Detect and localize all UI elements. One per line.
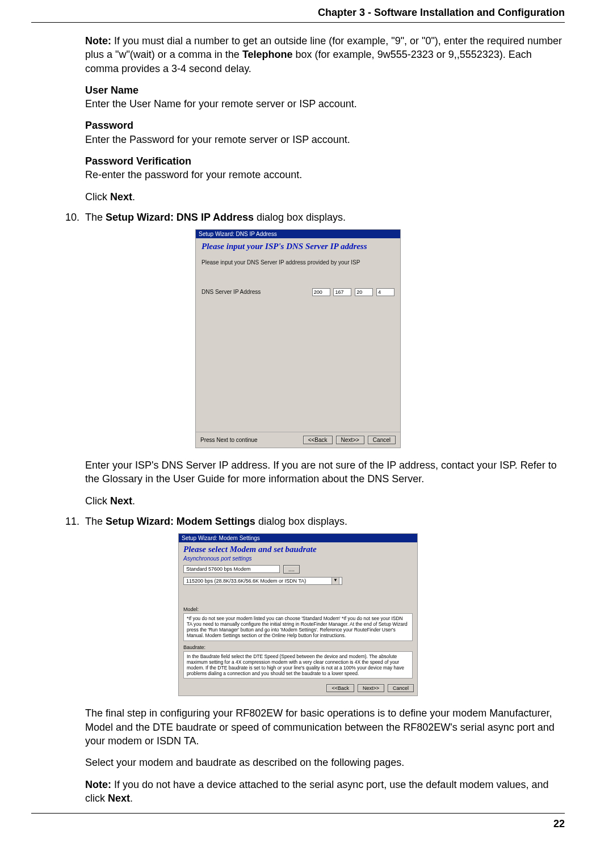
- pwverify-label: Password Verification: [85, 154, 565, 168]
- dns-back-button[interactable]: <<Back: [303, 436, 333, 444]
- dns-next-button[interactable]: Next>>: [336, 436, 364, 444]
- note-label: Note:: [85, 35, 111, 47]
- divider-top: [31, 22, 565, 23]
- modem-dialog-titlebar: Setup Wizard: Modem Settings: [179, 534, 417, 542]
- password-label: Password: [85, 119, 565, 132]
- modem-dialog-heading: Please select Modem and set baudrate: [179, 542, 417, 555]
- step-11-number: 11.: [65, 516, 85, 528]
- step-10: 10. The Setup Wizard: DNS IP Address dia…: [31, 212, 565, 224]
- click-next-1: Click Next.: [85, 190, 565, 204]
- note-paragraph: Note: If you must dial a number to get a…: [85, 34, 565, 75]
- modem-next-button[interactable]: Next>>: [358, 684, 384, 692]
- after-step-11-note: Note: If you do not have a device attach…: [85, 778, 565, 806]
- password-text: Enter the Password for your remote serve…: [85, 133, 565, 146]
- dns-ip-label: DNS Server IP Address: [202, 289, 310, 295]
- chevron-down-icon[interactable]: ▼: [331, 577, 339, 585]
- baudrate-label: Baudrate:: [179, 644, 417, 650]
- username-label: User Name: [85, 83, 565, 97]
- model-help-text: *If you do not see your modem listed you…: [183, 613, 413, 641]
- dns-dialog-heading: Please input your ISP's DNS Server IP ad…: [196, 238, 400, 256]
- after-11-note-label: Note:: [85, 779, 111, 790]
- step-10-number: 10.: [65, 212, 85, 224]
- dns-ip-octet-4[interactable]: [376, 288, 394, 296]
- after-step-11-text-a: The final step in configuring your RF802…: [85, 706, 565, 748]
- baudrate-help-text: In the Baudrate field select the DTE Spe…: [183, 651, 413, 679]
- modem-back-button[interactable]: <<Back: [326, 684, 354, 692]
- dns-ip-octet-3[interactable]: [355, 288, 373, 296]
- modem-combo-2[interactable]: 115200 bps (28.8K/33.6K/56.6K Modem or I…: [183, 577, 342, 585]
- chapter-header: Chapter 3 - Software Installation and Co…: [31, 0, 565, 22]
- step-11-text: The Setup Wizard: Modem Settings dialog …: [85, 516, 565, 528]
- dns-dialog-continue-text: Press Next to continue: [200, 437, 258, 443]
- note-telephone-word: Telephone: [242, 49, 293, 60]
- dns-ip-octet-2[interactable]: [333, 288, 351, 296]
- modem-combo-1[interactable]: Standard 57600 bps Modem: [183, 565, 280, 573]
- dns-dialog-instruction: Please input your DNS Server IP address …: [202, 259, 394, 266]
- click-next-2: Click Next.: [85, 494, 565, 508]
- dns-dialog: Setup Wizard: DNS IP Address Please inpu…: [195, 229, 401, 448]
- pwverify-text: Re-enter the password for your remote ac…: [85, 168, 565, 182]
- model-label: Model:: [179, 602, 417, 612]
- modem-cancel-button[interactable]: Cancel: [388, 684, 414, 692]
- dns-dialog-titlebar: Setup Wizard: DNS IP Address: [196, 230, 400, 238]
- modem-dialog-subheading: Asynchronous port settings: [179, 555, 417, 564]
- after-step-11-text-b: Select your modem and baudrate as descri…: [85, 756, 565, 769]
- modem-browse-button[interactable]: ....: [283, 565, 300, 574]
- username-text: Enter the User Name for your remote serv…: [85, 97, 565, 111]
- step-11: 11. The Setup Wizard: Modem Settings dia…: [31, 516, 565, 528]
- after-step-10-text: Enter your ISP's DNS Server IP address. …: [85, 458, 565, 486]
- dns-cancel-button[interactable]: Cancel: [368, 436, 396, 444]
- modem-dialog: Setup Wizard: Modem Settings Please sele…: [178, 533, 418, 697]
- page-number: 22: [31, 814, 565, 841]
- step-10-text: The Setup Wizard: DNS IP Address dialog …: [85, 212, 565, 224]
- dns-ip-octet-1[interactable]: [312, 288, 330, 296]
